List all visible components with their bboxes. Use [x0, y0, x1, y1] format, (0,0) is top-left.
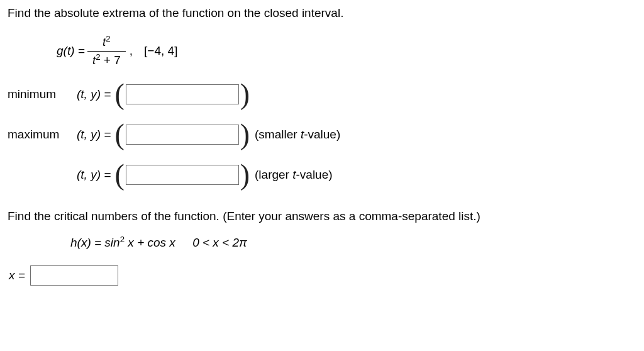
- q2-func-lhs: h(x) = sin: [70, 236, 120, 249]
- open-paren-icon: (: [114, 80, 124, 109]
- close-paren-icon: ): [240, 120, 250, 149]
- minimum-label: minimum: [8, 86, 70, 103]
- q2-answer-row: x =: [9, 265, 636, 286]
- q1-interval: [−4, 4]: [144, 43, 177, 60]
- q2-equation: h(x) = sin2 x + cos x 0 < x < 2π: [70, 234, 636, 252]
- q1-denom-plus7: + 7: [101, 53, 121, 67]
- q2-domain: 0 < x < 2π: [192, 236, 247, 249]
- maximum-larger-input[interactable]: [126, 165, 239, 185]
- q2-prompt: Find the critical numbers of the functio…: [8, 208, 636, 225]
- q1-maximum-row-larger: (t, y) = ( ) (larger t-value): [8, 160, 636, 189]
- close-paren-icon: ): [240, 160, 250, 189]
- smaller-tvalue-note: (smaller t-value): [255, 126, 340, 143]
- close-paren-icon: ): [240, 80, 250, 109]
- ty-label-3: (t, y) =: [77, 167, 111, 184]
- open-paren-icon: (: [114, 160, 124, 189]
- q1-minimum-row: minimum (t, y) = ( ): [8, 80, 636, 109]
- critical-numbers-input[interactable]: [30, 265, 118, 286]
- q1-equation-row: g(t) = t2 t2 + 7 , [−4, 4]: [57, 33, 636, 69]
- q1-func-lhs: g(t) =: [57, 43, 85, 60]
- maximum-label: maximum: [8, 126, 70, 143]
- q1-maximum-row-smaller: maximum (t, y) = ( ) (smaller t-value): [8, 120, 636, 149]
- q1-prompt: Find the absolute extrema of the functio…: [8, 5, 636, 22]
- ty-label-2: (t, y) =: [77, 126, 111, 143]
- open-paren-icon: (: [114, 120, 124, 149]
- q1-fraction: t2 t2 + 7: [87, 33, 126, 69]
- minimum-input[interactable]: [126, 84, 239, 104]
- q2-func-mid: x + cos x: [125, 236, 175, 249]
- maximum-smaller-input[interactable]: [126, 125, 239, 145]
- larger-tvalue-note: (larger t-value): [255, 167, 333, 184]
- ty-label-1: (t, y) =: [77, 86, 111, 103]
- x-equals-label: x =: [9, 267, 25, 284]
